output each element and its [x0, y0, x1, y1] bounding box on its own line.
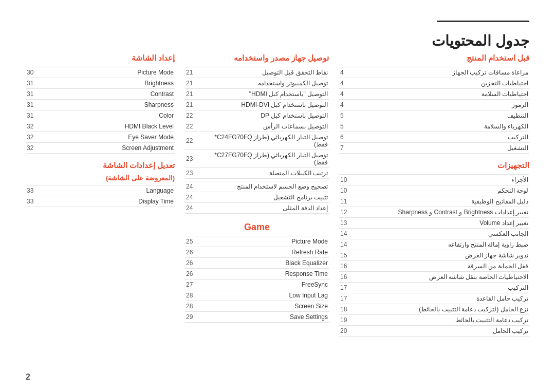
table-row: 21نقاط التحقق قبل التوصيل	[185, 67, 329, 78]
table-row: 29Save Settings	[185, 312, 329, 323]
table-row: 31Sharpness	[26, 100, 175, 110]
row-label: ترتيب الكيبلات المتصلة	[200, 168, 329, 179]
mid-section1-title: توصيل جهاز مصدر واستخدامه	[185, 53, 329, 63]
left-section2-subtitle: (المعروضة على الشاشة)	[26, 174, 175, 182]
table-row: 17التركيب	[339, 283, 529, 293]
row-label: التوصيل باستخدام كبل DP	[200, 110, 329, 121]
table-row: 4الرموز	[339, 100, 529, 110]
table-row: 21التوصيل باستخدام كبل HDMI-DVI	[185, 100, 329, 110]
table-row: 17تركيب حامل القاعدة	[339, 293, 529, 304]
table-row: 18نزع الحامل (لتركيب دعامة التثبيت بالحا…	[339, 304, 529, 315]
table-row: 32HDMI Black Level	[26, 121, 175, 132]
row-number: 4	[339, 100, 352, 110]
left-column: إعداد الشاشة 30Picture Mode31Brightness3…	[26, 53, 180, 337]
row-label: Screen Adjustment	[41, 143, 175, 154]
row-label: لوحة التحكم	[352, 185, 529, 196]
row-number: 24	[185, 181, 200, 192]
game-table: 25Picture Mode26Refresh Rate26Black Equa…	[185, 236, 329, 323]
row-label: الجانب العكسي	[352, 229, 529, 239]
row-number: 31	[26, 78, 41, 89]
row-label: Low Input Lag	[200, 290, 329, 301]
right-column: قبل استخدام المنتج 4مراعاة مسافات تركيب …	[334, 53, 529, 337]
table-row: 7التشغيل	[339, 143, 529, 154]
row-number: 32	[26, 121, 41, 132]
row-number: 7	[339, 143, 352, 154]
table-row: 10لوحة التحكم	[339, 185, 529, 196]
row-label: Display Time	[41, 196, 175, 207]
table-row: 28Low Input Lag	[185, 290, 329, 301]
left-section2-table: 33Language33Display Time	[26, 185, 175, 207]
row-number: 23	[185, 168, 200, 179]
row-label: التركيب	[352, 283, 529, 293]
row-number: 16	[339, 272, 352, 283]
row-label: Picture Mode	[200, 236, 329, 247]
row-label: التوصيل باستخدام كبل HDMI-DVI	[200, 100, 329, 110]
page-number: 2	[26, 372, 30, 382]
row-label: ضبط زاوية إمالة المنتج وارتفاعه	[352, 239, 529, 250]
row-number: 29	[185, 312, 200, 323]
row-number: 26	[185, 258, 200, 269]
row-label: Refresh Rate	[200, 247, 329, 258]
row-number: 10	[339, 175, 352, 185]
row-label: احتياطيات التخزين	[352, 78, 529, 89]
table-row: 24إعداد الدقة المثلى	[185, 203, 329, 214]
table-row: 32Eye Saver Mode	[26, 132, 175, 143]
table-row: 30Picture Mode	[26, 67, 175, 78]
row-label: تركيب حامل القاعدة	[352, 293, 529, 304]
content-columns: إعداد الشاشة 30Picture Mode31Brightness3…	[26, 53, 529, 337]
row-number: 23	[185, 150, 200, 168]
row-number: 13	[339, 218, 352, 229]
row-number: 24	[185, 192, 200, 203]
row-label: Contrast	[41, 89, 175, 100]
table-row: 24تثبيت برنامج التشغيل	[185, 192, 329, 203]
table-row: 6التركيب	[339, 132, 529, 143]
right-section1-title: قبل استخدام المنتج	[339, 53, 529, 63]
row-number: 25	[185, 236, 200, 247]
row-label: Language	[41, 185, 175, 196]
row-number: 16	[339, 261, 352, 272]
row-number: 5	[339, 121, 352, 132]
row-number: 30	[26, 67, 41, 78]
row-number: 33	[26, 185, 41, 196]
row-number: 15	[339, 250, 352, 261]
row-number: 24	[185, 203, 200, 214]
row-label: Screen Size	[200, 301, 329, 312]
table-row: 26Refresh Rate	[185, 247, 329, 258]
table-row: 22التوصيل بسماعات الرأس	[185, 121, 329, 132]
row-label: Color	[41, 110, 175, 121]
title-underline	[437, 21, 529, 22]
row-label: Save Settings	[200, 312, 329, 323]
row-label: دليل المفاتيح الوظيفية	[352, 196, 529, 207]
row-label: التوصيل "باستخدام كبل HDMI"	[200, 89, 329, 100]
table-row: 20تركيب الحامل	[339, 326, 529, 337]
row-label: توصيل التيار الكهربائي (طراز C24FG70FQ* …	[200, 132, 329, 150]
row-label: إعداد الدقة المثلى	[200, 203, 329, 214]
table-row: 33Display Time	[26, 196, 175, 207]
row-label: تركيب دعامة التثبيت بالحائط	[352, 315, 529, 326]
row-label: Brightness	[41, 78, 175, 89]
table-row: 31Color	[26, 110, 175, 121]
table-row: 14ضبط زاوية إمالة المنتج وارتفاعه	[339, 239, 529, 250]
table-row: 19تركيب دعامة التثبيت بالحائط	[339, 315, 529, 326]
right-section1-table: 4مراعاة مسافات تركيب الجهاز4احتياطيات ال…	[339, 67, 529, 154]
table-row: 26Response Time	[185, 269, 329, 279]
row-number: 11	[339, 196, 352, 207]
row-number: 17	[339, 293, 352, 304]
row-number: 4	[339, 78, 352, 89]
table-row: 11دليل المفاتيح الوظيفية	[339, 196, 529, 207]
table-row: 31Contrast	[26, 89, 175, 100]
table-row: 5الكهرباء والسلامة	[339, 121, 529, 132]
page: جدول المحتويات إعداد الشاشة 30Picture Mo…	[0, 0, 555, 392]
row-label: تغيير إعداد Volume	[352, 218, 529, 229]
row-number: 27	[185, 279, 200, 290]
row-label: FreeSync	[200, 279, 329, 290]
table-row: 23ترتيب الكيبلات المتصلة	[185, 168, 329, 179]
row-label: توصيل الكمبيوتر واستخدامه	[200, 78, 329, 89]
row-label: احتياطيات السلامة	[352, 89, 529, 100]
row-number: 28	[185, 301, 200, 312]
row-number: 21	[185, 89, 200, 100]
row-number: 31	[26, 100, 41, 110]
right-section2-title: التجهيزات	[339, 161, 529, 170]
row-number: 18	[339, 304, 352, 315]
middle-column: توصيل جهاز مصدر واستخدامه 21نقاط التحقق …	[180, 53, 334, 337]
